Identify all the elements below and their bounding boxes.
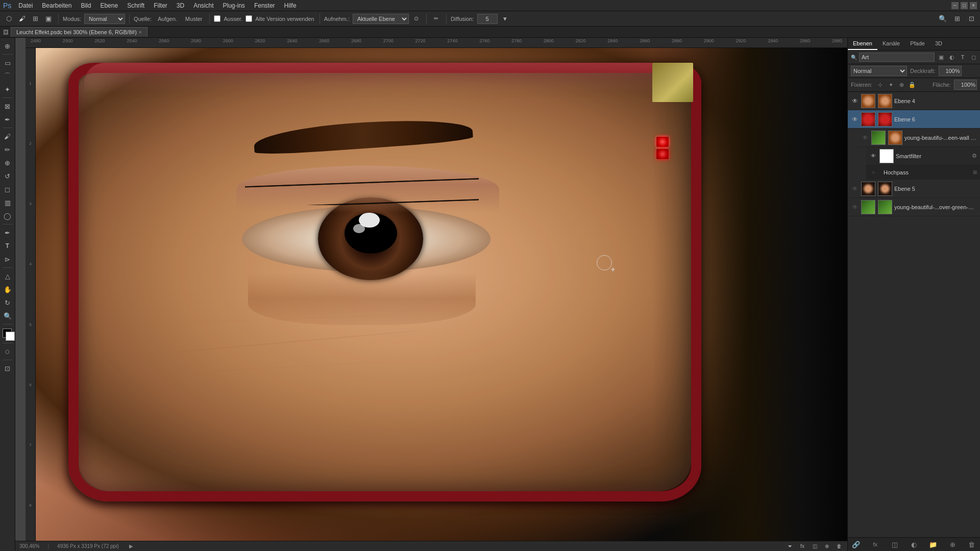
aufgen-button[interactable]: Aufgen. <box>155 13 180 24</box>
brush-tool-button[interactable]: 🖌 <box>16 13 28 24</box>
menu-ebene[interactable]: Ebene <box>96 1 122 10</box>
layer-hochpass[interactable]: ○ Hochpass ⊞ <box>866 165 980 180</box>
aufnehmen-select[interactable]: Aktuelle Ebene <box>353 14 409 24</box>
menu-schrift[interactable]: Schrift <box>123 1 149 10</box>
text-tool[interactable]: T <box>2 240 14 252</box>
menu-filter[interactable]: Filter <box>150 1 172 10</box>
pen-tool[interactable]: ✒ <box>2 227 14 239</box>
brush-settings-button[interactable]: ⊞ <box>30 13 41 24</box>
lock-artboard-button[interactable]: ⊕ <box>897 80 906 89</box>
magic-wand-tool[interactable]: ✦ <box>2 83 14 95</box>
document-tab[interactable]: Leucht Effekt.psdc bei 300% (Ebene 6, RG… <box>11 27 148 37</box>
delete-layer-button[interactable]: 🗑 <box>967 539 977 549</box>
gradient-tool[interactable]: ▥ <box>2 196 14 209</box>
menu-bearbeiten[interactable]: Bearbeiten <box>38 1 76 10</box>
layer-vis-ebene5[interactable]: 👁 <box>851 185 859 193</box>
eraser-tool[interactable]: ◻ <box>2 183 14 195</box>
lasso-tool[interactable]: ⌒ <box>2 70 14 82</box>
timeline-button[interactable]: ⏷ <box>786 542 794 550</box>
photo-canvas[interactable]: + <box>36 48 847 541</box>
layer-fx-button[interactable]: fx <box>870 539 880 549</box>
layer-vis-ebene6[interactable]: 👁 <box>851 115 859 123</box>
history-brush-tool[interactable]: ↺ <box>2 170 14 182</box>
brush-tool-left[interactable]: ✏ <box>2 143 14 156</box>
blend-mode-select[interactable]: Normal <box>851 66 907 76</box>
tab-pfade[interactable]: Pfade <box>905 38 930 50</box>
sample-all-button[interactable]: ⊙ <box>411 13 422 24</box>
layer-vis-smartfilter[interactable]: 👁 <box>869 152 877 160</box>
opacity-input[interactable] <box>939 66 962 76</box>
menu-3d[interactable]: 3D <box>173 1 188 10</box>
dodge-tool[interactable]: ◯ <box>2 210 14 222</box>
fill-input[interactable] <box>954 80 977 90</box>
menu-hilfe[interactable]: Hilfe <box>280 1 301 10</box>
alte-version-checkbox[interactable] <box>246 15 252 22</box>
close-button[interactable]: × <box>970 2 977 9</box>
filter-text-button[interactable]: T <box>958 53 967 62</box>
diffusion-dropdown[interactable]: ▾ <box>500 13 511 24</box>
menu-fenster[interactable]: Fenster <box>250 1 279 10</box>
minimize-button[interactable]: − <box>951 2 959 9</box>
shape-tool[interactable]: △ <box>2 270 14 282</box>
brush-alt-button[interactable]: ▣ <box>43 13 54 24</box>
crop-tool[interactable]: ⊠ <box>2 100 14 112</box>
layer-vis-young-green[interactable]: 👁 <box>851 203 859 211</box>
new-layer-button[interactable]: ⊕ <box>947 539 958 549</box>
layer-group-button[interactable]: 📁 <box>928 539 938 549</box>
delete-layer-bottom[interactable]: 🗑 <box>835 542 843 550</box>
path-selection-tool[interactable]: ⊳ <box>2 253 14 265</box>
fx-button[interactable]: fx <box>798 542 806 550</box>
tab-ebenen[interactable]: Ebenen <box>848 38 877 50</box>
spot-healing-tool[interactable]: 🖌 <box>2 130 14 142</box>
rotate-view-tool[interactable]: ↻ <box>2 296 14 309</box>
background-color[interactable] <box>6 332 15 341</box>
hand-tool[interactable]: ✋ <box>2 283 14 295</box>
ausser-checkbox[interactable] <box>214 15 220 22</box>
move-tool-button[interactable]: ⬡ <box>3 13 14 24</box>
filter-adjust-button[interactable]: ◐ <box>947 53 957 62</box>
mode-select[interactable]: Normal <box>84 14 125 24</box>
healing-button[interactable]: ✏ <box>431 13 442 24</box>
marquee-tool[interactable]: ▭ <box>2 57 14 69</box>
tab-kanale[interactable]: Kanäle <box>877 38 905 50</box>
filter-pixel-button[interactable]: ▣ <box>937 53 946 62</box>
tab-close-button[interactable]: × <box>139 30 142 35</box>
zoom-tool[interactable]: 🔍 <box>2 310 14 322</box>
workspace-button[interactable]: ⊡ <box>966 13 977 24</box>
status-arrow[interactable]: ▶ <box>129 543 133 549</box>
clone-stamp-tool[interactable]: ⊕ <box>2 157 14 169</box>
layer-link-button[interactable]: 🔗 <box>851 539 861 549</box>
layer-young-green[interactable]: 👁 young-beautiful-...over-green-wall <box>848 198 980 216</box>
lock-all-button[interactable]: 🔒 <box>908 80 917 89</box>
layer-vis-young-kopie[interactable]: 👁 <box>861 134 869 142</box>
quick-mask-tool[interactable]: ⬡ <box>2 345 14 358</box>
layer-smartfilter[interactable]: 👁 Smartfilter ⚙ <box>866 147 980 165</box>
menu-plugins[interactable]: Plug-ins <box>219 1 249 10</box>
move-tool[interactable]: ⊕ <box>2 40 14 52</box>
menu-datei[interactable]: Datei <box>14 1 37 10</box>
screen-mode-button[interactable]: ⊡ <box>2 362 14 374</box>
menu-bild[interactable]: Bild <box>77 1 95 10</box>
arrange-button[interactable]: ⊞ <box>951 13 963 24</box>
mask-button[interactable]: ◫ <box>811 542 819 550</box>
layer-ebene6[interactable]: 👁 Ebene 6 <box>848 110 980 129</box>
diffusion-input[interactable] <box>477 14 498 24</box>
layers-search-input[interactable] <box>859 53 935 62</box>
eyedropper-tool[interactable]: ✒ <box>2 113 14 126</box>
maximize-button[interactable]: □ <box>961 2 968 9</box>
menu-ansicht[interactable]: Ansicht <box>189 1 217 10</box>
filter-shape-button[interactable]: ◻ <box>969 53 978 62</box>
lock-pixels-button[interactable]: ⊹ <box>875 80 885 89</box>
layer-young-kopie[interactable]: 👁 young-beautifu-...een-wall Kopie <box>858 129 980 147</box>
muster-button[interactable]: Muster <box>182 13 206 24</box>
layer-vis-ebene4[interactable]: 👁 <box>851 97 859 105</box>
layer-ebene5[interactable]: 👁 Ebene 5 <box>848 180 980 198</box>
lock-pos-button[interactable]: ✦ <box>886 80 895 89</box>
layer-mask-button[interactable]: ◫ <box>890 539 900 549</box>
layer-ebene4[interactable]: 👁 Ebene 4 <box>848 92 980 110</box>
tab-3d[interactable]: 3D <box>930 38 947 50</box>
new-layer-bottom[interactable]: ⊕ <box>823 542 831 550</box>
layer-vis-hochpass[interactable]: ○ <box>869 168 877 177</box>
search-top-button[interactable]: 🔍 <box>937 13 948 24</box>
layer-adjustment-button[interactable]: ◐ <box>909 539 919 549</box>
